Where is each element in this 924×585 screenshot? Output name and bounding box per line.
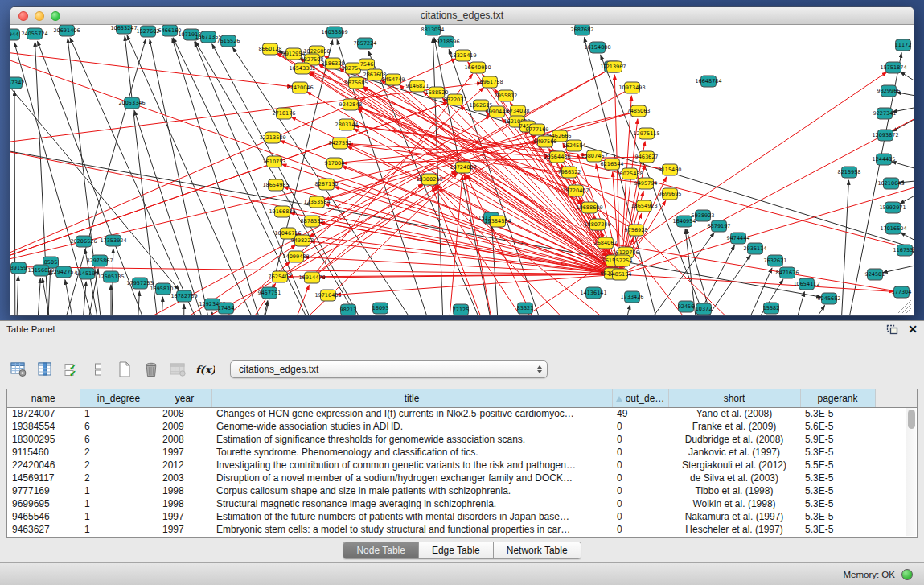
graph-node[interactable]: 14136141 xyxy=(580,287,606,299)
cell-pagerank[interactable]: 5.3E-5 xyxy=(800,484,875,497)
graph-node[interactable]: 7546 xyxy=(359,59,375,70)
cell-year[interactable]: 1997 xyxy=(158,510,211,523)
cell-short[interactable]: Yano et al. (2008) xyxy=(668,407,800,420)
cell-title[interactable]: Estimation of the future numbers of pati… xyxy=(211,510,612,523)
graph-node[interactable]: 8215958 xyxy=(838,167,861,178)
cell-pagerank[interactable]: 5.3E-5 xyxy=(800,497,875,510)
cell-short[interactable]: Franke et al. (2009) xyxy=(668,420,800,433)
table-scrollbar[interactable] xyxy=(906,408,916,536)
new-table-button[interactable] xyxy=(114,359,135,380)
cell-name[interactable]: 9463627 xyxy=(7,523,80,536)
graph-node[interactable]: 20564486 xyxy=(544,151,570,163)
float-window-icon[interactable] xyxy=(886,324,898,335)
graph-node[interactable]: 19166825 xyxy=(269,206,295,217)
graph-node[interactable]: 9457751 xyxy=(258,287,281,299)
graph-node[interactable]: 2935114 xyxy=(744,243,767,254)
table-row[interactable]: 911546021997Tourette syndrome. Phenomeno… xyxy=(7,446,917,459)
graph-node[interactable]: 10372 xyxy=(696,303,713,315)
graph-node[interactable]: 924501 xyxy=(865,269,885,280)
tab-node-table[interactable]: Node Table xyxy=(343,542,419,558)
graph-node[interactable]: 9329966 xyxy=(877,85,901,97)
cell-short[interactable]: de Silva et al. (2003) xyxy=(668,472,800,484)
cell-in_degree[interactable]: 2 xyxy=(80,459,158,472)
cell-short[interactable]: Jankovic et al. (1997) xyxy=(668,446,800,459)
cell-short[interactable]: Hescheler et al. (1997) xyxy=(668,523,800,536)
graph-node[interactable]: 9498222 xyxy=(291,235,314,246)
cell-name[interactable]: 19384554 xyxy=(7,420,80,433)
graph-node[interactable]: 77125 xyxy=(453,304,470,315)
graph-node[interactable]: 12505135 xyxy=(97,271,124,282)
graph-node[interactable]: 10807467 xyxy=(581,150,607,162)
graph-node[interactable]: 15751874 xyxy=(880,62,906,73)
column-header-out_de…[interactable]: out_de… xyxy=(612,389,668,407)
cell-year[interactable]: 2003 xyxy=(158,472,211,484)
graph-node[interactable]: 9227341 xyxy=(873,108,897,119)
cell-title[interactable]: Genome-wide association studies in ADHD. xyxy=(211,420,612,433)
cell-out_de…[interactable]: 0 xyxy=(612,446,668,459)
graph-node[interactable]: 9777169 xyxy=(526,124,549,135)
cell-in_degree[interactable]: 6 xyxy=(80,420,158,433)
tab-edge-table[interactable]: Edge Table xyxy=(419,542,494,558)
cell-year[interactable]: 2009 xyxy=(158,420,211,433)
graph-node[interactable]: 7632621 xyxy=(764,255,787,266)
close-panel-icon[interactable]: ✕ xyxy=(908,323,918,335)
graph-node[interactable]: 917004 xyxy=(325,158,345,169)
table-row[interactable]: 977716911998Corpus callosum shape and si… xyxy=(7,484,917,497)
column-header-short[interactable]: short xyxy=(668,389,800,407)
graph-node[interactable]: 8813054 xyxy=(421,25,445,35)
select-rows-button[interactable]: ✓ ✓ xyxy=(61,359,82,380)
cell-name[interactable]: 9699695 xyxy=(7,497,80,510)
cell-title[interactable]: Changes of HCN gene expression and I(f) … xyxy=(211,407,612,420)
table-selector-dropdown[interactable]: citations_edges.txt xyxy=(230,360,548,378)
show-columns-button[interactable] xyxy=(35,359,55,380)
graph-node[interactable]: 92456 xyxy=(678,301,695,312)
graph-node[interactable]: 15992971 xyxy=(879,202,906,213)
cell-name[interactable]: 9465546 xyxy=(7,510,80,523)
rows-button[interactable] xyxy=(88,359,109,380)
cell-year[interactable]: 1997 xyxy=(158,446,211,459)
column-header-in_degree[interactable]: in_degree xyxy=(80,389,158,407)
table-row[interactable]: 1938455462009Genome-wide association stu… xyxy=(7,420,917,433)
cell-out_de…[interactable]: 0 xyxy=(612,497,668,510)
graph-node[interactable]: 9990448 xyxy=(486,106,509,117)
cell-name[interactable]: 18724007 xyxy=(7,407,80,420)
graph-node[interactable]: 17353924 xyxy=(100,235,126,246)
graph-node[interactable]: 20206526 xyxy=(70,236,97,247)
cell-title[interactable]: Estimation of significance thresholds fo… xyxy=(211,433,612,446)
cell-in_degree[interactable]: 6 xyxy=(80,433,158,446)
cell-pagerank[interactable]: 5.3E-5 xyxy=(800,472,875,484)
table-settings-button[interactable] xyxy=(8,359,29,380)
graph-node[interactable]: 1145194 xyxy=(76,268,99,279)
network-window[interactable]: citations_edges.txt 89442405572420691406… xyxy=(10,6,914,316)
table-row[interactable]: 1456911722003Disruption of a novel membe… xyxy=(7,472,917,484)
graph-node[interactable]: 12942757 xyxy=(50,266,76,278)
graph-node[interactable]: 12975115 xyxy=(633,128,659,139)
cell-pagerank[interactable]: 5.3E-5 xyxy=(800,523,875,536)
cell-out_de…[interactable]: 0 xyxy=(612,510,668,523)
cell-title[interactable]: Tourette syndrome. Phenomenology and cla… xyxy=(211,446,612,459)
graph-node[interactable]: 6379197 xyxy=(708,220,731,232)
graph-node[interactable]: 1167530 xyxy=(893,245,914,256)
table-row[interactable]: 969969511998Structural magnetic resonanc… xyxy=(7,497,917,510)
cell-in_degree[interactable]: 1 xyxy=(80,484,158,497)
scrollbar-thumb[interactable] xyxy=(908,410,915,429)
cell-in_degree[interactable]: 1 xyxy=(80,523,158,536)
window-titlebar[interactable]: citations_edges.txt xyxy=(10,7,914,25)
delete-table-button[interactable] xyxy=(141,359,162,380)
cell-name[interactable]: 9115460 xyxy=(7,446,80,459)
graph-node[interactable]: 6497568 xyxy=(534,136,557,147)
column-header-pagerank[interactable]: pagerank xyxy=(800,389,875,407)
cell-pagerank[interactable]: 5.5E-5 xyxy=(800,459,875,472)
graph-node[interactable]: 10654112 xyxy=(793,278,819,290)
cell-short[interactable]: Nakamura et al. (1997) xyxy=(668,510,800,523)
graph-node[interactable]: 9115460 xyxy=(659,164,682,175)
cell-year[interactable]: 2008 xyxy=(158,433,211,446)
graph-node[interactable]: 16210643 xyxy=(877,178,904,189)
table-row[interactable]: 1872400712008Changes of HCN gene express… xyxy=(7,407,917,420)
cell-pagerank[interactable]: 5.3E-5 xyxy=(800,446,875,459)
cell-title[interactable]: Corpus callosum shape and size in male p… xyxy=(211,484,612,497)
cell-out_de…[interactable]: 0 xyxy=(612,433,668,446)
graph-node[interactable]: 1244415 xyxy=(873,154,896,165)
cell-pagerank[interactable]: 5.9E-5 xyxy=(800,433,875,446)
cell-short[interactable]: Tibbo et al. (1998) xyxy=(668,484,800,497)
